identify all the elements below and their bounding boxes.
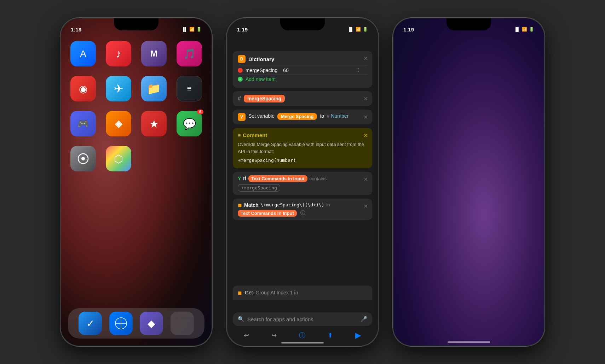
messages-badge: 6 xyxy=(197,110,203,114)
wifi-icon: 📶 xyxy=(356,27,361,32)
hash-icon: # xyxy=(238,95,241,102)
dictionary-close-icon[interactable]: ✕ xyxy=(363,55,368,62)
set-variable-block: V Set variable Merge Spacing to # Number… xyxy=(233,110,372,124)
shortcuts-toolbar: ↩ ↪ ⓘ ⬆ ▶ xyxy=(233,329,372,342)
var-close-icon[interactable]: ✕ xyxy=(363,95,368,102)
dict-item-key: mergeSpacing xyxy=(246,67,277,73)
comment-body: Override Merge Spacing variable with inp… xyxy=(238,141,367,155)
match-var-tag[interactable]: Text Commands in Input xyxy=(238,210,297,217)
comment-header: ≡ Comment xyxy=(238,132,367,138)
comment-title: Comment xyxy=(243,132,267,138)
photos-icon: ⬡ xyxy=(106,146,131,171)
discord-icon: 🎮 xyxy=(70,111,96,136)
dictionary-block: D Dictionary mergeSpacing 60 ⠿ + Add new… xyxy=(233,51,372,88)
shortcuts-search-bar[interactable]: 🔍 Search for apps and actions 🎤 xyxy=(233,312,372,326)
play-button[interactable]: ▶ xyxy=(355,331,361,340)
phone-1-notch xyxy=(114,18,159,30)
music-icon: ♪ xyxy=(106,41,131,66)
match-pattern: \+mergeSpacing\((\d+)\) xyxy=(260,202,324,207)
if-param-tag[interactable]: +mergeSpacing xyxy=(238,184,280,192)
phone-3-time: 1:19 xyxy=(403,27,414,33)
phone-3-status-icons: ▐▌ 📶 🔋 xyxy=(514,27,534,32)
set-var-icon: V xyxy=(238,113,246,121)
phone-1-time: 1:18 xyxy=(71,27,81,33)
mic-icon[interactable]: 🎤 xyxy=(361,316,367,322)
get-block-partial: ◼ Get Group At Index 1 in xyxy=(233,286,372,300)
if-shortcut-icon: Y xyxy=(238,176,241,181)
phone-2-notch xyxy=(280,18,325,30)
dict-add-item[interactable]: + Add new item xyxy=(238,75,367,83)
comment-code: +mergeSpacing(number) xyxy=(238,157,367,164)
lire-icon: ≡ xyxy=(177,76,202,101)
phone-3-bg xyxy=(393,18,544,346)
pocketcasts-icon: ◉ xyxy=(70,76,96,101)
phone-3-notch xyxy=(446,18,491,30)
get-detail: Group At Index 1 in xyxy=(256,290,298,295)
goodlinks-icon: ★ xyxy=(141,111,167,136)
phone-2: 1:19 ▐▌ 📶 🔋 ◧ Apple Frames ▾ Done xyxy=(226,18,379,346)
phone-1: 1:18 ▐▌ 📶 🔋 A App Store ♪ xyxy=(60,18,212,346)
if-close-icon[interactable]: ✕ xyxy=(363,176,368,183)
match-icon: ◼ xyxy=(238,202,242,208)
svg-point-2 xyxy=(81,157,85,160)
match-close-icon[interactable]: ✕ xyxy=(363,203,368,210)
if-var-tag[interactable]: Text Commands in Input xyxy=(248,175,307,182)
battery-icon: 🔋 xyxy=(529,27,534,32)
undo-button[interactable]: ↩ xyxy=(244,331,249,339)
dictionary-icon: D xyxy=(238,55,246,63)
comment-block: ≡ Comment Override Merge Spacing variabl… xyxy=(233,128,372,168)
redo-button[interactable]: ↪ xyxy=(271,331,277,339)
wifi-icon: 📶 xyxy=(189,27,195,32)
dock-safari[interactable] xyxy=(109,312,133,335)
merge-spacing-var-block: # mergeSpacing ✕ xyxy=(233,91,372,106)
number-hash-icon: # xyxy=(327,113,329,119)
get-icon: ◼ xyxy=(238,290,242,295)
dictionary-title: Dictionary xyxy=(248,56,274,62)
messages-icon: 💬 6 xyxy=(177,111,202,136)
match-arrow-icon: ⓘ xyxy=(300,210,305,216)
marvis-icon: M xyxy=(141,41,167,66)
set-var-close-icon[interactable]: ✕ xyxy=(363,114,368,121)
set-var-name[interactable]: Merge Spacing xyxy=(277,113,317,120)
match-in: in xyxy=(326,202,330,207)
phone-2-home-indicator xyxy=(281,342,324,344)
dict-item-dot xyxy=(238,68,243,73)
files-icon: 📁 xyxy=(141,76,167,101)
get-label: Get xyxy=(245,290,253,295)
signal-icon: ▐▌ xyxy=(348,27,354,32)
merge-spacing-tag-label: mergeSpacing xyxy=(247,96,281,101)
if-contains: contains xyxy=(310,176,327,181)
phone-1-status-icons: ▐▌ 📶 🔋 xyxy=(182,27,202,32)
phone-2-time: 1:19 xyxy=(237,27,248,33)
dock-craft[interactable]: ◆ xyxy=(140,312,163,335)
search-icon: 🔍 xyxy=(238,316,244,322)
phone-1-screen: 1:18 ▐▌ 📶 🔋 A App Store ♪ xyxy=(61,18,212,346)
signal-icon: ▐▌ xyxy=(514,27,520,32)
add-item-label: Add new item xyxy=(246,76,276,82)
drag-handle-icon: ⠿ xyxy=(356,67,359,73)
search-placeholder: Search for apps and actions xyxy=(247,316,313,322)
dock: ✓ ◆ xyxy=(68,308,204,339)
dictionary-header: D Dictionary xyxy=(238,55,367,63)
dock-tasks[interactable]: ✓ xyxy=(79,312,102,335)
signal-icon: ▐▌ xyxy=(182,27,188,32)
dict-item-merge-spacing[interactable]: mergeSpacing 60 ⠿ xyxy=(238,66,367,75)
comment-close-icon[interactable]: ✕ xyxy=(363,132,368,139)
phone-2-screen: 1:19 ▐▌ 📶 🔋 ◧ Apple Frames ▾ Done xyxy=(227,18,378,346)
phone-1-bg xyxy=(61,18,212,346)
add-icon: + xyxy=(238,77,243,82)
svg-text:A: A xyxy=(80,48,87,59)
match-block: ◼ Match \+mergeSpacing\((\d+)\) in Text … xyxy=(233,199,372,220)
comment-icon: ≡ xyxy=(238,133,241,138)
appstore-icon: A xyxy=(70,41,96,66)
musicbox-icon: 🎵 xyxy=(177,41,202,66)
merge-spacing-tag: mergeSpacing xyxy=(244,95,285,102)
phone-3: 1:19 ▐▌ 📶 🔋 🔍 App Library H 📁 xyxy=(393,18,545,346)
shortcuts-icon xyxy=(70,146,96,171)
if-block: Y If Text Commands in Input contains +me… xyxy=(233,172,372,195)
share-button[interactable]: ⬆ xyxy=(328,331,333,339)
info-button[interactable]: ⓘ xyxy=(299,331,305,340)
spark-icon: ✈ xyxy=(106,76,131,101)
if-label: If xyxy=(243,176,246,181)
set-var-label: Set variable xyxy=(248,113,275,119)
